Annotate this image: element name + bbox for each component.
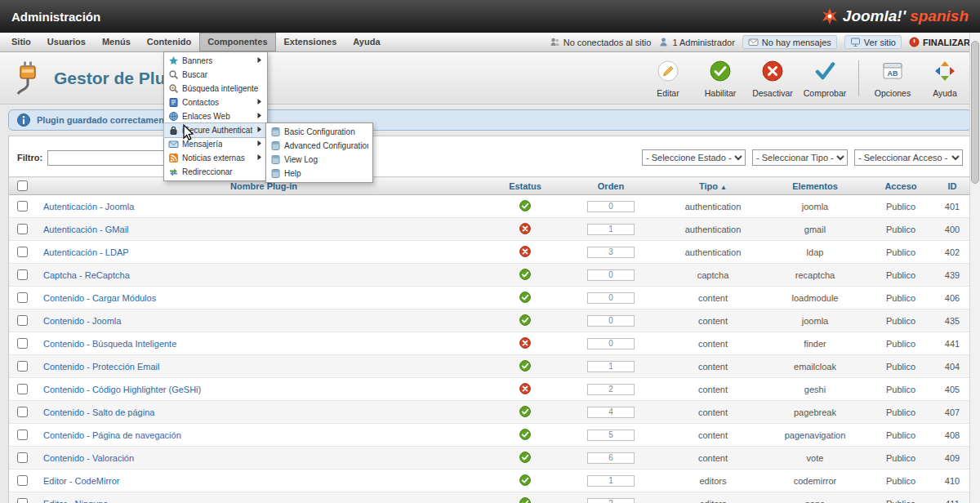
status-enabled-icon[interactable] [519, 314, 531, 326]
order-input[interactable] [587, 475, 635, 487]
plugin-name-link[interactable]: Contenido - Página de navegación [43, 430, 181, 440]
order-input[interactable] [587, 452, 635, 464]
col-header-type[interactable]: Tipo [664, 177, 762, 195]
components-menu-item-redireccionar[interactable]: Redireccionar [164, 165, 267, 179]
status-no-conectados-al-sitio[interactable]: No conectados al sitio [550, 37, 652, 47]
select-all-checkbox[interactable] [17, 180, 28, 191]
toolbar-habilitar-button[interactable]: Habilitar [695, 57, 746, 100]
vertical-scrollbar[interactable] [969, 33, 980, 503]
status-disabled-icon[interactable] [519, 337, 531, 349]
row-checkbox[interactable] [17, 201, 28, 211]
plugin-name-link[interactable]: Editor - Ninguno [43, 499, 109, 503]
plugin-name-link[interactable]: Autenticación - GMail [43, 225, 129, 234]
menubar-item-menus[interactable]: Menús [94, 33, 139, 51]
col-header-status[interactable]: Estatus [492, 177, 558, 195]
components-menu-item-isecure-authentication[interactable]: iSecure Authentication [164, 123, 267, 137]
plugin-name-link[interactable]: Contenido - Búsqueda Inteligente [43, 339, 176, 349]
row-checkbox[interactable] [17, 247, 28, 257]
plugin-name-link[interactable]: Contenido - Protección Email [43, 362, 159, 372]
status-enabled-icon[interactable] [519, 360, 531, 372]
col-header-order[interactable]: Orden [558, 177, 664, 195]
row-checkbox[interactable] [17, 315, 28, 326]
menubar-item-sitio[interactable]: Sitio [3, 33, 39, 51]
status-enabled-icon[interactable] [519, 269, 531, 280]
status-enabled-icon[interactable] [519, 452, 531, 463]
toolbar-ayuda-button[interactable]: Ayuda [920, 57, 970, 100]
row-checkbox[interactable] [17, 361, 28, 372]
filter-select-seleccionar-tipo[interactable]: - Seleccionar Tipo - [752, 149, 848, 166]
plugin-name-link[interactable]: Contenido - Cargar Módulos [43, 293, 156, 303]
filter-select-seleccionar-acceso[interactable]: - Seleccionar Acceso - [854, 149, 963, 166]
toolbar-opciones-button[interactable]: ABOpciones [867, 57, 918, 100]
row-checkbox[interactable] [17, 407, 28, 417]
order-input[interactable] [587, 498, 635, 503]
menubar-item-ayuda[interactable]: Ayuda [345, 33, 388, 51]
status-disabled-icon[interactable] [519, 223, 531, 234]
components-menu-item-buscar[interactable]: Buscar [164, 68, 267, 82]
row-checkbox[interactable] [17, 498, 28, 503]
status-1-administrador[interactable]: 1 Administrador [658, 37, 734, 47]
order-input[interactable] [587, 407, 635, 418]
plugin-name-link[interactable]: Editor - CodeMirror [43, 476, 120, 486]
components-menu-item-contactos[interactable]: Contactos [164, 96, 267, 109]
row-checkbox[interactable] [17, 384, 28, 394]
order-input[interactable] [587, 269, 635, 281]
submenu-item-advanced-configuration[interactable]: Advanced Configuration [266, 139, 372, 153]
status-enabled-icon[interactable] [519, 200, 531, 211]
order-input[interactable] [587, 224, 635, 235]
components-menu-item-busqueda-inteligente[interactable]: Búsqueda inteligente [164, 82, 267, 96]
plugin-name-link[interactable]: Contenido - Joomla [43, 316, 121, 326]
plugin-name-link[interactable]: Autenticación - LDAP [43, 247, 129, 257]
filter-select-seleccione-estado[interactable]: - Seleccione Estado - [642, 149, 746, 166]
status-enabled-icon[interactable] [519, 292, 531, 303]
menubar-item-componentes[interactable]: Componentes [199, 33, 275, 51]
components-menu-item-mensajeria[interactable]: Mensajería [164, 137, 267, 151]
order-input[interactable] [587, 430, 635, 441]
row-checkbox[interactable] [17, 292, 28, 303]
status-disabled-icon[interactable] [519, 246, 531, 257]
scrollbar-thumb[interactable] [971, 41, 979, 184]
row-checkbox[interactable] [17, 338, 28, 349]
plugin-name-link[interactable]: Contenido - Valoración [43, 453, 134, 463]
toolbar-desactivar-button[interactable]: Desactivar [747, 57, 798, 100]
menubar-item-extensiones[interactable]: Extensiones [276, 33, 345, 51]
status-enabled-icon[interactable] [519, 497, 531, 503]
status-enabled-icon[interactable] [519, 474, 531, 486]
submenu-item-help[interactable]: Help [266, 167, 372, 180]
plugin-name-link[interactable]: Autenticación - Joomla [43, 202, 134, 211]
status-finalizar[interactable]: FINALIZAR [909, 37, 970, 47]
order-input[interactable] [587, 338, 635, 349]
status-enabled-icon[interactable] [519, 406, 531, 417]
order-input[interactable] [587, 315, 635, 327]
toolbar-comprobar-button[interactable]: Comprobar [800, 57, 850, 100]
row-checkbox[interactable] [17, 475, 28, 486]
row-checkbox[interactable] [17, 452, 28, 463]
plugin-name-link[interactable]: Captcha - ReCaptcha [43, 270, 130, 280]
row-checkbox[interactable] [17, 224, 28, 234]
order-input[interactable] [587, 384, 635, 395]
plugin-name-link[interactable]: Contenido - Salto de página [43, 407, 154, 417]
status-no-hay-mensajes[interactable]: No hay mensajes [742, 35, 837, 49]
toolbar-editar-button[interactable]: Editar [643, 57, 693, 100]
col-header-access[interactable]: Acceso [868, 177, 933, 195]
components-menu-item-noticias-externas[interactable]: Noticias externas [164, 151, 267, 165]
submenu-item-basic-configuration[interactable]: Basic Configuration [266, 125, 372, 139]
status-enabled-icon[interactable] [519, 429, 531, 440]
order-input[interactable] [587, 247, 635, 258]
submenu-item-view-log[interactable]: View Log [266, 153, 372, 167]
plugin-name-link[interactable]: Contenido - Código Highlighter (GeSHi) [43, 385, 201, 394]
status-disabled-icon[interactable] [519, 383, 531, 394]
row-checkbox[interactable] [17, 269, 28, 280]
components-menu-item-enlaces-web[interactable]: Enlaces Web [164, 109, 267, 123]
status-ver-sitio[interactable]: Ver sitio [844, 35, 902, 49]
order-input[interactable] [587, 201, 635, 212]
col-header-id[interactable]: ID [933, 177, 971, 195]
row-checkbox[interactable] [17, 430, 28, 440]
col-header-elements[interactable]: Elementos [762, 177, 868, 195]
menubar-item-contenido[interactable]: Contenido [139, 33, 199, 51]
components-menu-item-banners[interactable]: Banners [164, 54, 267, 68]
filter-search-input[interactable] [47, 150, 170, 166]
order-input[interactable] [587, 292, 635, 304]
menubar-item-usuarios[interactable]: Usuarios [39, 33, 94, 51]
order-input[interactable] [587, 361, 635, 372]
